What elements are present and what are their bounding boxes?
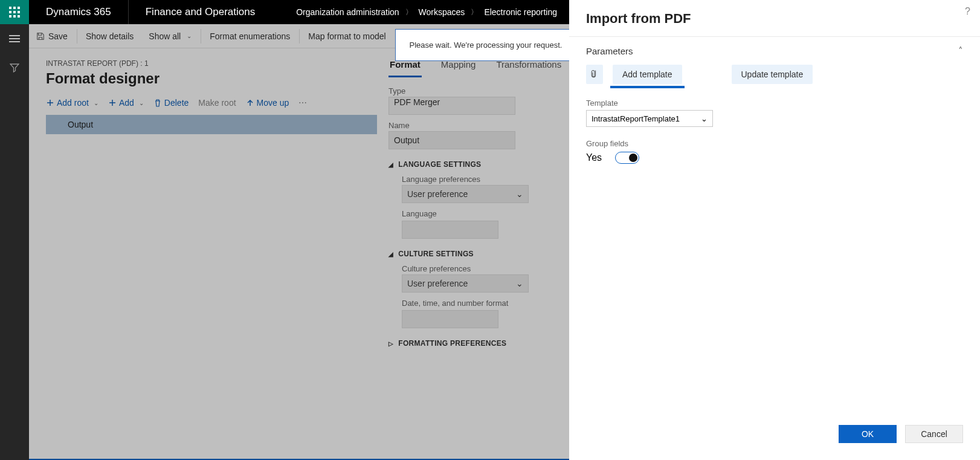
group-fields-toggle[interactable] [615,152,639,164]
left-nav-rail [0,24,29,460]
page-title: Format designer [46,70,388,87]
culture-settings-header[interactable]: ◢CULTURE SETTINGS [388,250,552,258]
save-label: Save [48,31,68,41]
show-all-button[interactable]: Show all⌄ [141,24,199,48]
chevron-right-icon: 〉 [405,7,413,18]
filter-icon[interactable] [0,53,29,82]
add-root-label: Add root [57,98,89,108]
cancel-button[interactable]: Cancel [905,425,963,443]
active-tab-underline [610,86,685,88]
culture-settings-label: CULTURE SETTINGS [398,250,474,258]
name-field[interactable] [388,131,515,149]
panel-body: Template IntrastatReportTemplate1 ⌄ Grou… [569,88,980,416]
dtnf-label: Date, time, and number format [402,299,552,308]
template-select[interactable]: IntrastatReportTemplate1 ⌄ [586,110,713,127]
format-form: Type PDF Merger Name ◢LANGUAGE SETTINGS … [388,86,552,348]
lang-pref-select[interactable]: User preference⌄ [402,185,529,203]
processing-toast: Please wait. We're processing your reque… [395,29,576,61]
tab-mapping[interactable]: Mapping [440,59,477,77]
template-value: IntrastatReportTemplate1 [592,114,680,123]
format-enum-button[interactable]: Format enumerations [202,24,298,48]
parameters-header[interactable]: Parameters ˄ [569,37,980,65]
designer-toolbar: Add root⌄ Add⌄ Delete Make root Move up … [46,98,388,108]
format-enum-label: Format enumerations [210,31,290,41]
tab-transformations[interactable]: Transformations [495,59,563,77]
breadcrumb: Organization administration 〉 Workspaces… [296,0,557,24]
panel-footer: OK Cancel [569,416,980,460]
formatting-pref-label: FORMATTING PREFERENCES [398,339,506,348]
designer-left-pane: INTRASTAT REPORT (PDF) : 1 Format design… [29,48,388,460]
attachment-icon[interactable] [586,65,603,84]
chevron-down-icon: ⌄ [516,279,523,288]
lang-pref-value: User preference [407,189,468,199]
template-action-row: Add template Update template [569,65,980,88]
add-button[interactable]: Add⌄ [108,98,144,108]
move-up-button[interactable]: Move up [246,98,289,108]
add-label: Add [119,98,134,108]
dtnf-field[interactable] [402,310,498,328]
breadcrumb-item[interactable]: Organization administration [296,7,399,17]
delete-label: Delete [164,98,189,108]
template-label: Template [586,99,963,108]
show-all-label: Show all [149,31,181,41]
move-up-label: Move up [257,98,289,108]
show-details-label: Show details [86,31,134,41]
ok-button[interactable]: OK [839,425,897,443]
add-template-button[interactable]: Add template [613,65,682,84]
app-launcher-icon[interactable] [0,0,29,24]
make-root-label: Make root [198,98,236,108]
language-field[interactable] [402,221,498,239]
breadcrumb-item[interactable]: Workspaces [419,7,465,17]
parameters-label: Parameters [586,46,633,56]
culture-pref-value: User preference [407,279,468,288]
hamburger-icon[interactable] [0,24,29,53]
group-fields-label: Group fields [586,139,963,148]
help-icon[interactable]: ? [965,6,970,17]
show-details-button[interactable]: Show details [79,24,141,48]
import-panel: ? Import from PDF Parameters ˄ Add templ… [569,0,980,460]
chevron-down-icon: ⌄ [516,189,523,199]
save-button[interactable]: Save [29,24,76,48]
group-fields-value: Yes [586,152,602,163]
tree-node-output[interactable]: Output [46,115,377,134]
page-subtitle: INTRASTAT REPORT (PDF) : 1 [46,59,388,68]
type-field: PDF Merger [388,97,515,115]
triangle-right-icon: ▷ [388,340,393,347]
formatting-pref-header[interactable]: ▷FORMATTING PREFERENCES [388,339,552,348]
culture-pref-select[interactable]: User preference⌄ [402,274,529,293]
triangle-down-icon: ◢ [388,251,393,258]
chevron-down-icon: ⌄ [701,114,708,123]
type-label: Type [388,86,552,96]
chevron-down-icon: ⌄ [139,100,144,106]
update-template-button[interactable]: Update template [732,65,813,84]
name-label: Name [388,121,552,130]
delete-button[interactable]: Delete [153,98,189,108]
panel-title: Import from PDF [569,0,980,37]
lang-pref-label: Language preferences [402,175,552,184]
chevron-right-icon: 〉 [471,7,478,18]
language-label: Language [402,209,552,218]
language-settings-label: LANGUAGE SETTINGS [398,160,481,169]
map-format-label: Map format to model [308,31,385,41]
type-value: PDF Merger [394,97,440,107]
more-icon[interactable]: ⋯ [298,98,308,108]
language-settings-header[interactable]: ◢LANGUAGE SETTINGS [388,160,552,169]
add-root-button[interactable]: Add root⌄ [46,98,98,108]
brand-module: Finance and Operations [129,0,272,24]
chevron-down-icon: ⌄ [187,33,192,39]
chevron-up-icon: ˄ [958,45,963,56]
format-tree: Output [46,115,388,134]
make-root-button[interactable]: Make root [198,98,236,108]
culture-pref-label: Culture preferences [402,264,552,273]
triangle-down-icon: ◢ [388,161,393,168]
breadcrumb-item[interactable]: Electronic reporting [484,7,557,17]
chevron-down-icon: ⌄ [94,100,98,106]
brand-dynamics: Dynamics 365 [29,0,129,24]
tab-format[interactable]: Format [388,59,422,77]
map-format-button[interactable]: Map format to model [301,24,393,48]
